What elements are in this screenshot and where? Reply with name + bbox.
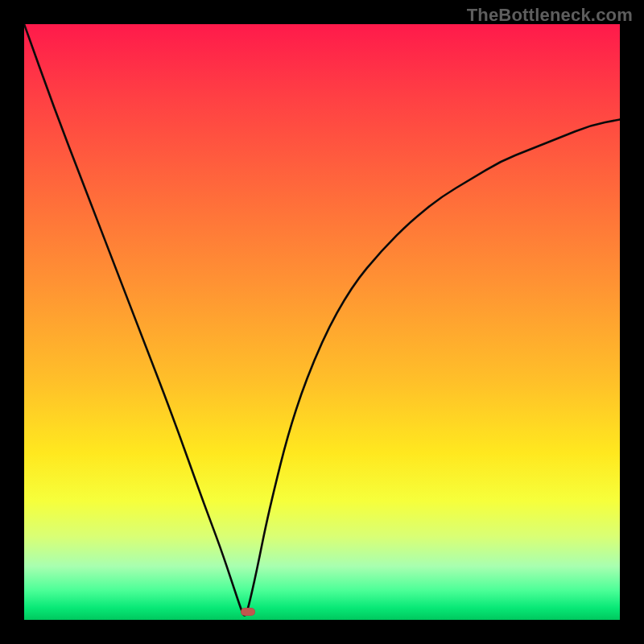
plot-area xyxy=(24,24,620,620)
chart-frame: TheBottleneck.com xyxy=(0,0,644,644)
watermark-text: TheBottleneck.com xyxy=(467,5,633,26)
bottleneck-curve xyxy=(24,24,620,620)
optimum-marker xyxy=(241,608,255,616)
